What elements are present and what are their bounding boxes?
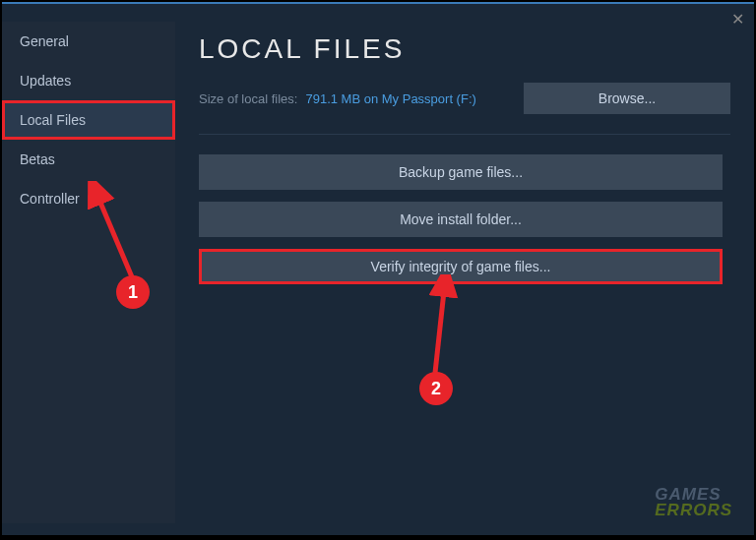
size-value: 791.1 MB on My Passport (F:): [305, 91, 475, 106]
page-title: LOCAL FILES: [199, 33, 730, 65]
size-row: Size of local files: 791.1 MB on My Pass…: [199, 83, 730, 114]
content-area: LOCAL FILES Size of local files: 791.1 M…: [199, 33, 730, 296]
sidebar-item-general[interactable]: General: [2, 22, 175, 61]
annotation-badge-2: 2: [419, 372, 453, 405]
backup-button[interactable]: Backup game files...: [199, 154, 723, 190]
divider: [199, 134, 730, 135]
verify-button[interactable]: Verify integrity of game files...: [199, 249, 723, 284]
sidebar-item-controller[interactable]: Controller: [2, 179, 175, 218]
watermark: GAMES ERRORS: [655, 487, 732, 517]
sidebar-item-local-files[interactable]: Local Files: [2, 100, 175, 140]
move-button[interactable]: Move install folder...: [199, 202, 723, 237]
browse-button[interactable]: Browse...: [524, 83, 730, 114]
sidebar: General Updates Local Files Betas Contro…: [2, 22, 175, 523]
properties-window: ✕ General Updates Local Files Betas Cont…: [2, 2, 754, 535]
size-label: Size of local files:: [199, 91, 297, 106]
sidebar-item-betas[interactable]: Betas: [2, 140, 175, 179]
close-icon[interactable]: ✕: [731, 10, 744, 29]
watermark-line2: ERRORS: [655, 503, 732, 517]
sidebar-item-updates[interactable]: Updates: [2, 61, 175, 100]
